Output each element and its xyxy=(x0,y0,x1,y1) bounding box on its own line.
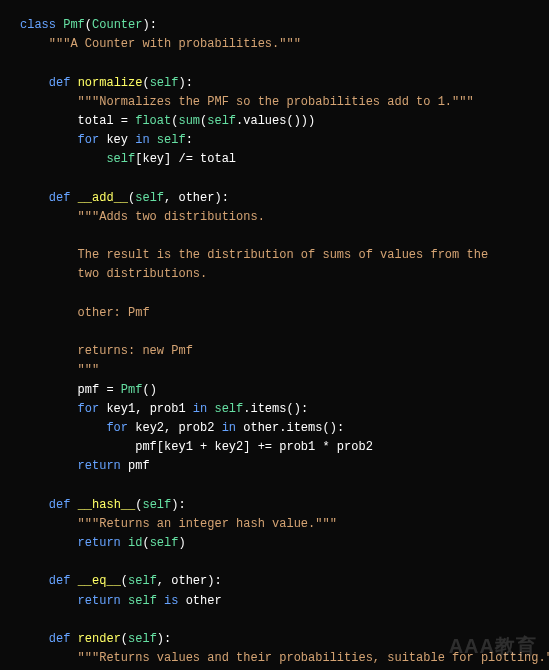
token-op: ): xyxy=(178,76,192,90)
code-line: def normalize(self): xyxy=(20,74,541,93)
token-str: two distributions. xyxy=(78,267,208,281)
token-id xyxy=(20,95,78,109)
token-id: pmf xyxy=(121,459,150,473)
code-line: return pmf xyxy=(20,457,541,476)
token-id: other xyxy=(178,594,221,608)
token-builtin: float xyxy=(135,114,171,128)
token-id xyxy=(70,574,77,588)
code-line: two distributions. xyxy=(20,265,541,284)
token-cls: Pmf xyxy=(121,383,143,397)
code-line xyxy=(20,477,541,496)
token-id xyxy=(157,594,164,608)
token-id: key1, prob1 xyxy=(99,402,193,416)
token-self: self xyxy=(106,152,135,166)
token-self: self xyxy=(128,632,157,646)
token-kw: def xyxy=(49,191,71,205)
token-self: self xyxy=(150,536,179,550)
token-id xyxy=(20,248,78,262)
token-kw: return xyxy=(78,536,121,550)
token-id xyxy=(20,152,106,166)
token-id: pmf = xyxy=(20,383,121,397)
token-id: total = xyxy=(20,114,135,128)
code-line: class Pmf(Counter): xyxy=(20,16,541,35)
token-id: other.items(): xyxy=(236,421,344,435)
token-op: [key] /= total xyxy=(135,152,236,166)
token-id xyxy=(70,76,77,90)
code-line: other: Pmf xyxy=(20,304,541,323)
token-id xyxy=(20,498,49,512)
code-line: """Returns an integer hash value.""" xyxy=(20,515,541,534)
token-id xyxy=(20,76,49,90)
token-str: returns: new Pmf xyxy=(78,344,193,358)
token-op: ): xyxy=(142,18,156,32)
token-op: ): xyxy=(157,632,171,646)
code-line: self[key] /= total xyxy=(20,150,541,169)
token-kw: for xyxy=(106,421,128,435)
token-fn: __add__ xyxy=(78,191,128,205)
token-id xyxy=(20,459,78,473)
code-line: The result is the distribution of sums o… xyxy=(20,246,541,265)
token-id xyxy=(20,37,49,51)
token-id xyxy=(20,363,78,377)
token-cls: Counter xyxy=(92,18,142,32)
code-line: for key2, prob2 in other.items(): xyxy=(20,419,541,438)
token-id xyxy=(20,191,49,205)
token-id xyxy=(20,632,49,646)
token-op: () xyxy=(142,383,156,397)
token-op: .items(): xyxy=(243,402,308,416)
token-str: """Normalizes the PMF so the probabiliti… xyxy=(78,95,474,109)
code-line xyxy=(20,170,541,189)
token-self: self xyxy=(142,498,171,512)
token-str: """Returns an integer hash value.""" xyxy=(78,517,337,531)
code-block: class Pmf(Counter): """A Counter with pr… xyxy=(20,16,541,670)
code-line: return id(self) xyxy=(20,534,541,553)
token-op: , other): xyxy=(157,574,222,588)
code-line xyxy=(20,553,541,572)
code-line xyxy=(20,285,541,304)
token-kw: def xyxy=(49,498,71,512)
token-str: """A Counter with probabilities.""" xyxy=(49,37,301,51)
token-str: """Adds two distributions. xyxy=(78,210,265,224)
token-fn: __eq__ xyxy=(78,574,121,588)
code-line: for key1, prob1 in self.items(): xyxy=(20,400,541,419)
token-op: , other): xyxy=(164,191,229,205)
token-fn: __hash__ xyxy=(78,498,136,512)
token-id xyxy=(70,498,77,512)
token-kw: in xyxy=(193,402,207,416)
token-op: ( xyxy=(142,76,149,90)
code-line: total = float(sum(self.values())) xyxy=(20,112,541,131)
token-self: self xyxy=(157,133,186,147)
token-id xyxy=(20,536,78,550)
token-id xyxy=(20,517,78,531)
code-line xyxy=(20,323,541,342)
token-op: ( xyxy=(142,536,149,550)
token-str: The result is the distribution of sums o… xyxy=(78,248,488,262)
token-id xyxy=(20,267,78,281)
code-line: """Adds two distributions. xyxy=(20,208,541,227)
token-op: ) xyxy=(178,536,185,550)
token-str: other: Pmf xyxy=(78,306,150,320)
token-kw: def xyxy=(49,574,71,588)
code-line xyxy=(20,611,541,630)
token-id: key xyxy=(99,133,135,147)
token-self: self xyxy=(207,114,236,128)
token-kw: in xyxy=(222,421,236,435)
token-id xyxy=(121,594,128,608)
token-op: : xyxy=(186,133,193,147)
token-id xyxy=(20,306,78,320)
token-id xyxy=(20,594,78,608)
code-line: def __eq__(self, other): xyxy=(20,572,541,591)
token-self: self xyxy=(135,191,164,205)
code-line xyxy=(20,227,541,246)
code-line: return self is other xyxy=(20,592,541,611)
token-id: key2, prob2 xyxy=(128,421,222,435)
token-kw: return xyxy=(78,594,121,608)
token-id xyxy=(20,651,78,665)
token-id xyxy=(70,632,77,646)
code-line: """ xyxy=(20,361,541,380)
token-kw: for xyxy=(78,402,100,416)
token-id xyxy=(150,133,157,147)
token-id xyxy=(20,574,49,588)
token-self: self xyxy=(128,594,157,608)
watermark-text: AAA教育 xyxy=(449,630,537,662)
